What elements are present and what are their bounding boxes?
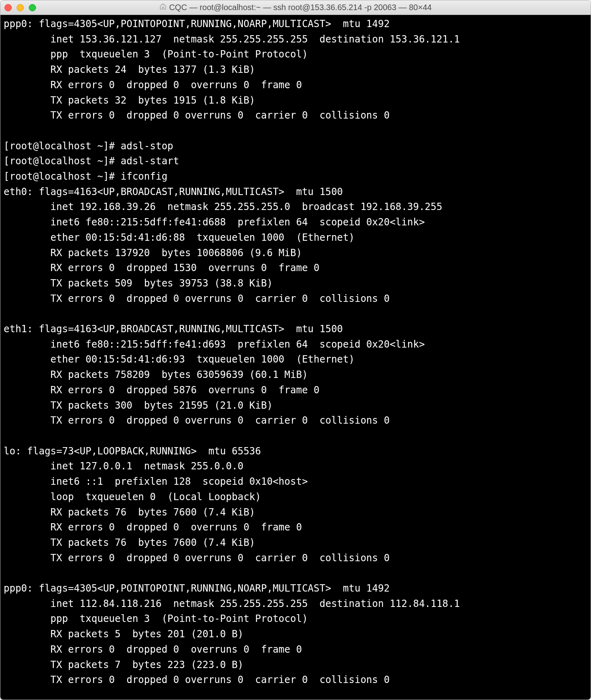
iface-eth1-line: ether 00:15:5d:41:d6:93 txqueuelen 1000 … [4,354,355,365]
iface-lo-line: lo: flags=73<UP,LOOPBACK,RUNNING> mtu 65… [4,445,261,457]
iface-eth1-line: TX packets 300 bytes 21595 (21.0 KiB) [4,400,273,411]
iface-ppp0-line: TX errors 0 dropped 0 overruns 0 carrier… [4,110,390,121]
iface-eth0-line: ether 00:15:5d:41:d6:88 txqueuelen 1000 … [4,232,355,243]
window-title-text: CQC — root@localhost:~ — ssh root@153.36… [169,3,432,12]
iface-lo-line: TX packets 76 bytes 7600 (7.4 KiB) [4,537,255,548]
iface-eth1-line: eth1: flags=4163<UP,BROADCAST,RUNNING,MU… [4,323,343,335]
terminal-content[interactable]: ppp0: flags=4305<UP,POINTOPOINT,RUNNING,… [0,15,591,700]
window-title: CQC — root@localhost:~ — ssh root@153.36… [159,3,432,12]
iface-lo-line: inet 127.0.0.1 netmask 255.0.0.0 [4,460,243,472]
iface-eth0-line: TX packets 509 bytes 39753 (38.8 KiB) [4,278,273,289]
iface-ppp0-line: ppp txqueuelen 3 (Point-to-Point Protoco… [4,613,308,624]
iface-ppp0-line: RX packets 5 bytes 201 (201.0 B) [4,628,243,640]
prompt-adsl-stop: [root@localhost ~]# adsl-stop [4,140,173,152]
iface-ppp0-line: RX errors 0 dropped 0 overruns 0 frame 0 [4,644,302,655]
prompt-ifconfig: [root@localhost ~]# ifconfig [4,171,168,182]
minimize-icon[interactable] [17,4,24,11]
terminal-window: CQC — root@localhost:~ — ssh root@153.36… [0,0,591,700]
iface-lo-line: TX errors 0 dropped 0 overruns 0 carrier… [4,552,390,564]
iface-ppp0-line: ppp txqueuelen 3 (Point-to-Point Protoco… [4,49,308,60]
iface-eth0-line: RX packets 137920 bytes 10068806 (9.6 Mi… [4,247,302,259]
iface-eth1-line: RX errors 0 dropped 5876 overruns 0 fram… [4,384,319,396]
iface-ppp0-line: TX packets 32 bytes 1915 (1.8 KiB) [4,95,255,106]
iface-ppp0-line: RX errors 0 dropped 0 overruns 0 frame 0 [4,79,302,91]
iface-eth1-line: TX errors 0 dropped 0 overruns 0 carrier… [4,415,390,426]
iface-lo-line: inet6 ::1 prefixlen 128 scopeid 0x10<hos… [4,476,308,487]
close-icon[interactable] [4,4,12,11]
iface-lo-line: loop txqueuelen 0 (Local Loopback) [4,491,261,503]
iface-eth0-line: TX errors 0 dropped 0 overruns 0 carrier… [4,293,390,304]
iface-ppp0-line: inet 153.36.121.127 netmask 255.255.255.… [4,34,460,45]
iface-eth1-line: inet6 fe80::215:5dff:fe41:d693 prefixlen… [4,339,425,350]
iface-eth0-line: inet6 fe80::215:5dff:fe41:d688 prefixlen… [4,216,425,228]
iface-ppp0-line: RX packets 24 bytes 1377 (1.3 KiB) [4,64,255,75]
traffic-lights [4,4,36,11]
iface-lo-line: RX errors 0 dropped 0 overruns 0 frame 0 [4,522,302,533]
iface-eth0-line: inet 192.168.39.26 netmask 255.255.255.0… [4,201,442,212]
iface-eth1-line: RX packets 758209 bytes 63059639 (60.1 M… [4,369,308,380]
iface-lo-line: RX packets 76 bytes 7600 (7.4 KiB) [4,507,255,518]
maximize-icon[interactable] [29,4,36,11]
prompt-adsl-start: [root@localhost ~]# adsl-start [4,155,179,167]
iface-ppp0-line: TX packets 7 bytes 223 (223.0 B) [4,659,243,670]
iface-ppp0-line: TX errors 0 dropped 0 overruns 0 carrier… [4,674,390,685]
iface-ppp0-line: ppp0: flags=4305<UP,POINTOPOINT,RUNNING,… [4,583,390,594]
titlebar: CQC — root@localhost:~ — ssh root@153.36… [0,0,591,15]
home-icon [159,3,167,12]
iface-ppp0-line: inet 112.84.118.216 netmask 255.255.255.… [4,598,460,609]
iface-eth0-line: RX errors 0 dropped 1530 overruns 0 fram… [4,262,319,274]
iface-eth0-line: eth0: flags=4163<UP,BROADCAST,RUNNING,MU… [4,186,343,197]
iface-ppp0-line: ppp0: flags=4305<UP,POINTOPOINT,RUNNING,… [4,18,390,30]
